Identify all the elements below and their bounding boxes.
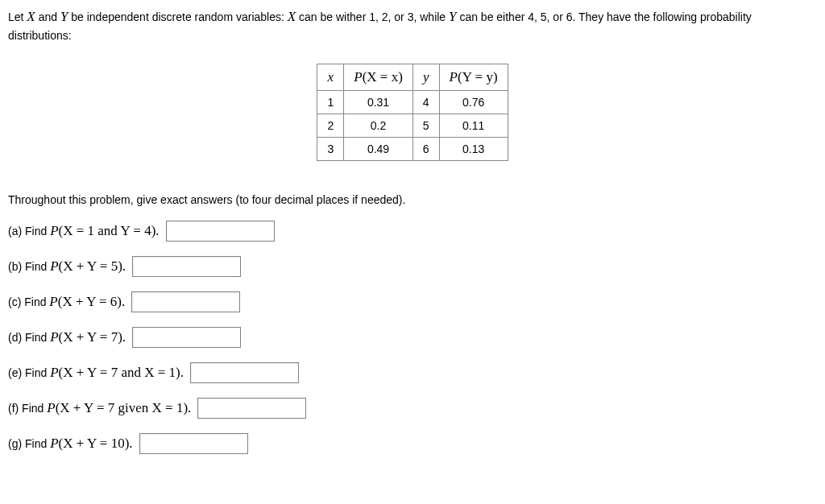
table-row: 2 0.2 5 0.11 xyxy=(317,114,508,137)
cell-px: 0.31 xyxy=(344,90,413,114)
table-row: 3 0.49 6 0.13 xyxy=(317,137,508,160)
var-y: Y xyxy=(449,9,456,24)
answer-input-b[interactable] xyxy=(132,256,241,277)
distribution-table-wrap: x P(X = x) y P(Y = y) 1 0.31 4 0.76 2 0.… xyxy=(8,64,817,161)
var-x: X xyxy=(288,9,296,24)
question-label: (g) Find P(X + Y = 10). xyxy=(8,436,133,452)
question-f: (f) Find P(X + Y = 7 given X = 1). xyxy=(8,398,817,419)
question-label: (d) Find P(X + Y = 7). xyxy=(8,329,126,345)
question-a: (a) Find P(X = 1 and Y = 4). xyxy=(8,221,817,242)
answer-input-d[interactable] xyxy=(132,327,241,348)
intro-text: Let xyxy=(8,10,27,23)
question-c: (c) Find P(X + Y = 6). xyxy=(8,291,817,312)
col-px: P(X = x) xyxy=(344,64,413,90)
cell-y: 5 xyxy=(412,114,439,137)
cell-py: 0.11 xyxy=(439,114,508,137)
cell-px: 0.2 xyxy=(344,114,413,137)
answer-input-a[interactable] xyxy=(166,221,275,242)
question-e: (e) Find P(X + Y = 7 and X = 1). xyxy=(8,362,817,383)
answer-input-g[interactable] xyxy=(139,433,248,454)
intro-text: can be wither 1, 2, or 3, while xyxy=(296,10,449,23)
intro-text: and xyxy=(35,10,60,23)
question-label: (f) Find P(X + Y = 7 given X = 1). xyxy=(8,400,191,416)
cell-x: 3 xyxy=(317,137,344,160)
answer-input-e[interactable] xyxy=(190,362,299,383)
col-x: x xyxy=(317,64,344,90)
problem-intro: Let X and Y be independent discrete rand… xyxy=(8,6,817,44)
question-label: (b) Find P(X + Y = 5). xyxy=(8,258,126,275)
var-x: X xyxy=(27,9,35,24)
cell-px: 0.49 xyxy=(344,137,413,160)
col-y: y xyxy=(412,64,439,90)
col-py: P(Y = y) xyxy=(439,64,508,90)
question-label: (e) Find P(X + Y = 7 and X = 1). xyxy=(8,365,184,381)
distribution-table: x P(X = x) y P(Y = y) 1 0.31 4 0.76 2 0.… xyxy=(317,64,508,161)
cell-y: 4 xyxy=(412,90,439,114)
instruction-text: Throughout this problem, give exact answ… xyxy=(8,193,817,206)
question-b: (b) Find P(X + Y = 5). xyxy=(8,256,817,277)
question-label: (a) Find P(X = 1 and Y = 4). xyxy=(8,223,160,239)
cell-x: 1 xyxy=(317,90,344,114)
answer-input-c[interactable] xyxy=(131,291,240,312)
table-header-row: x P(X = x) y P(Y = y) xyxy=(317,64,508,90)
question-d: (d) Find P(X + Y = 7). xyxy=(8,327,817,348)
cell-py: 0.76 xyxy=(439,90,508,114)
cell-x: 2 xyxy=(317,114,344,137)
answer-input-f[interactable] xyxy=(197,398,306,419)
cell-y: 6 xyxy=(412,137,439,160)
question-label: (c) Find P(X + Y = 6). xyxy=(8,294,125,310)
question-g: (g) Find P(X + Y = 10). xyxy=(8,433,817,454)
table-row: 1 0.31 4 0.76 xyxy=(317,90,508,114)
var-y: Y xyxy=(60,9,68,24)
cell-py: 0.13 xyxy=(439,137,508,160)
intro-text: be independent discrete random variables… xyxy=(68,10,287,23)
